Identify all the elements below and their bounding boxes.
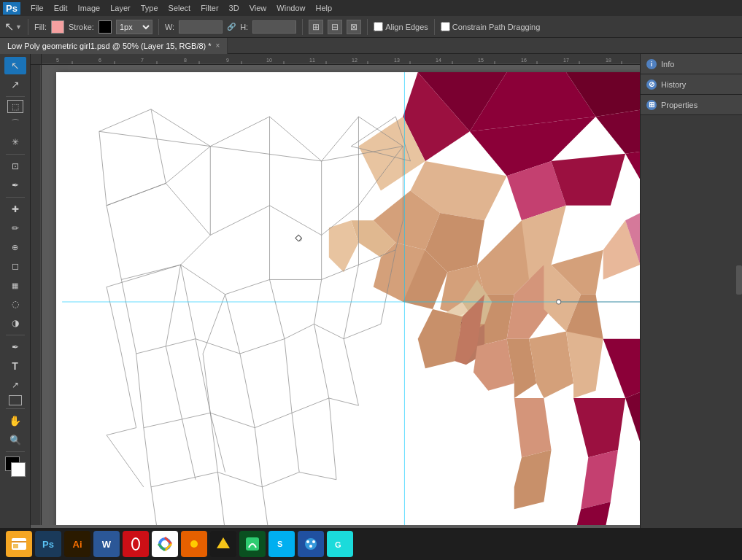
menu-window[interactable]: Window: [272, 2, 309, 14]
tab-close-button[interactable]: ×: [216, 42, 220, 50]
svg-text:12: 12: [352, 58, 358, 63]
divider-5: [434, 19, 435, 35]
active-tab[interactable]: Low Poly geometric girl1.psd @ 50% (Laye…: [0, 38, 228, 54]
menu-help[interactable]: Help: [311, 2, 336, 14]
info-panel-title: Info: [661, 60, 674, 69]
taskbar-skype[interactable]: S: [268, 531, 295, 557]
tool-crop[interactable]: ⊡: [4, 158, 26, 175]
svg-text:16: 16: [521, 58, 527, 63]
svg-text:G: G: [335, 540, 341, 549]
menu-view[interactable]: View: [245, 2, 271, 14]
tool-dodge[interactable]: ◑: [4, 314, 26, 332]
main-area: ↖ ↗ ⬚ ⌒ ✳ ⊡ ✒ ✚ ✏ ⊕ ◻ ▦ ◌ ◑ ✒ T ↗ ✋ 🔍: [0, 54, 742, 540]
background-color[interactable]: [11, 462, 26, 477]
tool-sep-3: [6, 197, 25, 198]
taskbar-godaddy[interactable]: G: [327, 531, 353, 557]
tool-brush[interactable]: ✏: [4, 219, 26, 237]
height-input[interactable]: [252, 20, 296, 34]
svg-point-203: [305, 538, 317, 550]
tool-direct-select[interactable]: ↗: [4, 76, 26, 93]
tool-mode-arrow[interactable]: ↖: [4, 20, 14, 34]
properties-panel-header[interactable]: ⊞ Properties: [641, 95, 742, 115]
options-bar: ↖ ▼ Fill: Stroke: 1px2px3px W: 🔗 H: ⊞ ⊟ …: [0, 16, 742, 38]
width-input[interactable]: [179, 20, 223, 34]
tool-sep-1: [6, 96, 25, 97]
info-panel-header[interactable]: i Info: [641, 54, 742, 74]
info-icon: i: [646, 59, 657, 69]
history-panel-title: History: [661, 80, 686, 89]
align-edges-checkbox[interactable]: [374, 22, 383, 31]
history-panel-header[interactable]: ⊘ History: [641, 74, 742, 95]
stroke-swatch[interactable]: [98, 20, 112, 34]
svg-rect-191: [12, 541, 26, 542]
menu-select[interactable]: Select: [164, 2, 196, 14]
tool-type[interactable]: T: [4, 357, 26, 375]
constrain-checkbox[interactable]: [441, 22, 450, 31]
link-icon[interactable]: 🔗: [227, 23, 236, 31]
menu-edit[interactable]: Edit: [50, 2, 72, 14]
path-op-subtract[interactable]: ⊠: [347, 20, 361, 34]
svg-point-204: [306, 540, 309, 543]
taskbar-app10[interactable]: [298, 531, 324, 557]
taskbar-file-manager[interactable]: [6, 531, 32, 557]
tool-eyedropper[interactable]: ✒: [4, 176, 26, 194]
svg-text:10: 10: [266, 58, 272, 63]
taskbar-illustrator[interactable]: Ai: [64, 531, 90, 557]
tool-blur[interactable]: ◌: [4, 295, 26, 313]
ruler-corner: [31, 54, 42, 65]
canvas-viewport[interactable]: [42, 65, 640, 525]
taskbar-photoshop[interactable]: Ps: [35, 531, 61, 557]
tool-gradient[interactable]: ▦: [4, 276, 26, 294]
constrain-label: Constrain Path Dragging: [452, 23, 540, 31]
svg-text:8: 8: [184, 58, 187, 63]
tool-hand[interactable]: ✋: [4, 412, 26, 429]
svg-text:11: 11: [309, 58, 315, 63]
svg-text:6: 6: [98, 58, 101, 63]
tool-zoom[interactable]: 🔍: [4, 431, 26, 448]
h-label: H:: [240, 23, 248, 31]
divider-3: [302, 19, 303, 35]
color-swatches[interactable]: [5, 456, 26, 477]
svg-text:14: 14: [436, 58, 441, 63]
tool-mode-dropdown[interactable]: ▼: [15, 23, 22, 31]
tool-sep-5: [6, 408, 25, 409]
taskbar-vectornator[interactable]: [210, 531, 236, 557]
tool-eraser[interactable]: ◻: [4, 257, 26, 275]
taskbar-sketchbook[interactable]: [239, 531, 266, 557]
menu-layer[interactable]: Layer: [106, 2, 135, 14]
tool-magic-wand[interactable]: ✳: [4, 133, 26, 151]
tool-marquee[interactable]: ⬚: [7, 100, 23, 113]
tool-clone[interactable]: ⊕: [4, 238, 26, 256]
svg-text:S: S: [277, 540, 282, 548]
right-panel: i Info ⊘ History ⊞ Properties: [640, 54, 742, 540]
tools-panel: ↖ ↗ ⬚ ⌒ ✳ ⊡ ✒ ✚ ✏ ⊕ ◻ ▦ ◌ ◑ ✒ T ↗ ✋ 🔍: [0, 54, 31, 540]
tool-shape[interactable]: [9, 395, 22, 405]
tool-move[interactable]: ↖: [4, 57, 26, 74]
tool-path-select[interactable]: ↗: [4, 376, 26, 394]
align-edges-container: Align Edges: [374, 22, 428, 31]
tool-lasso[interactable]: ⌒: [4, 114, 26, 132]
menu-type[interactable]: Type: [136, 2, 163, 14]
stroke-width-select[interactable]: 1px2px3px: [116, 20, 152, 34]
menu-file[interactable]: File: [26, 2, 48, 14]
taskbar-chrome[interactable]: [152, 531, 178, 557]
svg-text:9: 9: [226, 58, 229, 63]
menu-filter[interactable]: Filter: [196, 2, 223, 14]
fill-swatch[interactable]: [51, 20, 64, 34]
properties-icon: ⊞: [646, 100, 657, 110]
artwork: [56, 72, 640, 525]
taskbar-word[interactable]: W: [93, 531, 120, 557]
path-op-union[interactable]: ⊟: [328, 20, 342, 34]
taskbar-opera[interactable]: [123, 531, 149, 557]
taskbar-firefox[interactable]: [181, 531, 207, 557]
tab-title: Low Poly geometric girl1.psd @ 50% (Laye…: [7, 42, 212, 50]
menu-3d[interactable]: 3D: [225, 2, 244, 14]
path-op-new[interactable]: ⊞: [309, 20, 323, 34]
canvas-area[interactable]: 5 6 7 8 9 10 11 12 13 14 15: [31, 54, 640, 540]
svg-point-205: [312, 540, 315, 543]
tool-pen[interactable]: ✒: [4, 338, 26, 356]
panel-resize-handle[interactable]: [736, 265, 742, 295]
menu-image[interactable]: Image: [74, 2, 105, 14]
svg-text:7: 7: [141, 58, 144, 63]
tool-healing[interactable]: ✚: [4, 201, 26, 218]
